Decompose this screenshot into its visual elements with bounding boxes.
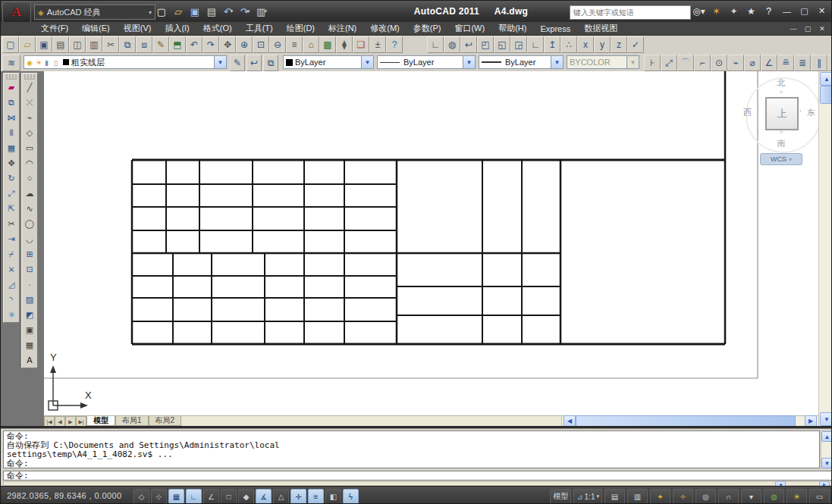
annotation-visibility-button[interactable]: ✦ [650,489,670,504]
dimension-style-button[interactable]: ✎ [827,55,832,71]
minimize-button[interactable]: — [779,4,795,18]
sheetset-manager-button[interactable]: ⧫ [336,36,353,53]
infer-constraints-toggle[interactable]: ◇ [133,489,149,504]
viewcube-south-label[interactable]: 南 [770,138,793,149]
new-button[interactable]: ▢ [2,36,19,53]
communication-center-button[interactable]: ✶ [710,5,723,18]
viewcube-wcs-dropdown[interactable]: WCS ˅ [760,153,802,165]
zaxis-ucs-button[interactable]: ↥ [544,36,560,53]
plot-button[interactable]: ▤ [204,4,219,19]
x-rotate-ucs-button[interactable]: x [577,36,594,53]
vertical-scroll-thumb[interactable] [820,86,832,104]
viewcube-east-label[interactable]: 东 [807,107,815,118]
viewcube-top-face[interactable]: 上 [765,97,799,130]
chevron-down-icon[interactable]: ▼ [463,56,475,68]
radius-dimension-button[interactable]: ⊙ [711,55,727,71]
world-ucs-button[interactable]: ◍ [444,36,460,53]
drawing-minimize-button[interactable]: — [787,23,799,34]
region-button[interactable]: ▣ [22,322,37,337]
model-space-button[interactable]: 模型 [550,489,571,504]
color-dropdown[interactable]: ByLayer ▼ [283,55,374,69]
designcenter-button[interactable]: ⌂ [303,36,319,53]
viewcube-rotate-right-icon[interactable]: › [799,108,802,114]
break-button[interactable]: ⌿ [4,246,19,261]
rectangle-button[interactable]: ▭ [22,140,37,155]
dyn-toggle[interactable]: ✛ [290,489,306,504]
tab-model[interactable]: 模型 [86,416,115,426]
viewcube-west-label[interactable]: 西 [743,107,752,118]
command-vertical-scrollbar[interactable]: ▲ ▼ [821,430,832,468]
offset-button[interactable]: ⫴ [4,125,19,140]
transparency-toggle[interactable]: ◧ [325,489,341,504]
circle-button[interactable]: ○ [22,171,37,186]
annotation-autoscale-button[interactable]: ✧ [673,489,693,504]
viewcube-rotate-left-icon[interactable]: ‹ [757,108,759,114]
search-input[interactable] [570,8,690,17]
scroll-down-icon[interactable]: ▼ [820,412,832,426]
gradient-button[interactable]: ◩ [22,307,37,322]
new-button[interactable]: ▢ [154,4,169,19]
drawing-restore-button[interactable]: ▢ [802,23,814,34]
linetype-dropdown[interactable]: ByLayer ▼ [377,55,476,69]
copy-button[interactable]: ⧉ [4,95,19,110]
make-object-layer-current-button[interactable]: ✎ [230,55,245,71]
redo-button[interactable]: ↷▾ [237,4,253,19]
tool-palettes-button[interactable]: ▩ [319,36,336,53]
maximize-button[interactable]: ▢ [796,4,812,18]
fillet-button[interactable]: ◝ [4,292,19,307]
save-button[interactable]: ▣ [36,36,52,53]
insert-block-button[interactable]: ⊞ [22,246,37,261]
viewcube-rotate-down-icon[interactable]: ˄ [770,129,793,136]
chamfer-button[interactable]: ◿ [4,277,19,292]
stretch-button[interactable]: ⇱ [4,201,19,216]
ortho-toggle[interactable]: ∟ [186,489,202,504]
face-ucs-button[interactable]: ◰ [477,36,494,53]
line-button[interactable]: ╱ [22,80,37,95]
mtext-button[interactable]: A [22,352,37,368]
z-rotate-ucs-button[interactable]: z [611,36,627,53]
layer-properties-manager-button[interactable]: ≋ [2,55,20,71]
tray-connect-button[interactable]: ◍ [764,489,784,504]
layer-states-button[interactable]: ⧉ [263,55,278,71]
aligned-dimension-button[interactable]: ⤢ [661,55,677,71]
3d-osnap-toggle[interactable]: ◆ [238,489,254,504]
open-button[interactable]: ▱ [171,4,186,19]
menu-item-4[interactable]: 格式(O) [196,22,239,36]
join-button[interactable]: ⨯ [4,261,19,277]
menu-item-5[interactable]: 工具(T) [239,22,280,36]
extend-button[interactable]: ⇥ [4,231,19,246]
coordinate-display[interactable]: 2982.0365, 89.6346 , 0.0000 [7,491,122,500]
trim-button[interactable]: ✂ [4,216,19,231]
quick-dimension-button[interactable]: ≞ [777,55,794,71]
three-point-ucs-button[interactable]: ∴ [560,36,577,53]
layer-dropdown[interactable]: ◉ ☀ ▮ ▯ 粗实线层 ▼ [24,55,227,69]
clean-screen-button[interactable]: ▭ [809,489,830,504]
ducs-toggle[interactable]: △ [273,489,289,504]
annotation-scale-button[interactable]: ⊿ 1:1 ▾ [573,489,602,504]
otrack-toggle[interactable]: ∡ [256,489,272,504]
menu-item-8[interactable]: 修改(M) [363,22,407,36]
chevron-down-icon[interactable]: ▼ [361,56,373,68]
menu-item-10[interactable]: 窗口(W) [447,22,491,36]
toolbar-grip[interactable] [24,74,35,80]
ucs-previous-button[interactable]: ↩ [460,36,477,53]
command-history[interactable]: 命令:自动保存到 C:\Documents and Settings\Admin… [3,430,820,468]
redo-button[interactable]: ↷ [203,36,219,53]
zoom-realtime-button[interactable]: ⊕ [236,36,253,53]
polar-toggle[interactable]: ∠ [203,489,219,504]
application-status-menu-button[interactable]: ▾ [741,489,761,504]
canvas-horizontal-scrollbar[interactable]: ◀ ▶ [561,416,818,426]
scroll-up-icon[interactable]: ▲ [821,431,832,442]
erase-button[interactable]: ▰ [4,80,19,95]
quickcalc-button[interactable]: ± [369,36,386,53]
menu-item-11[interactable]: 帮助(H) [491,22,533,36]
copy-button[interactable]: ⧉ [119,36,136,53]
menu-item-12[interactable]: Express [533,22,577,36]
spline-button[interactable]: ∿ [22,201,37,216]
viewcube-rotate-up-icon[interactable]: ˅ [770,89,793,95]
mirror-button[interactable]: ⋈ [4,110,19,125]
print-preview-button[interactable]: ▥▾ [254,4,269,19]
diameter-dimension-button[interactable]: ⌀ [744,55,761,71]
cut-button[interactable]: ✂ [102,36,119,53]
apply-ucs-button[interactable]: ✓ [627,36,644,53]
